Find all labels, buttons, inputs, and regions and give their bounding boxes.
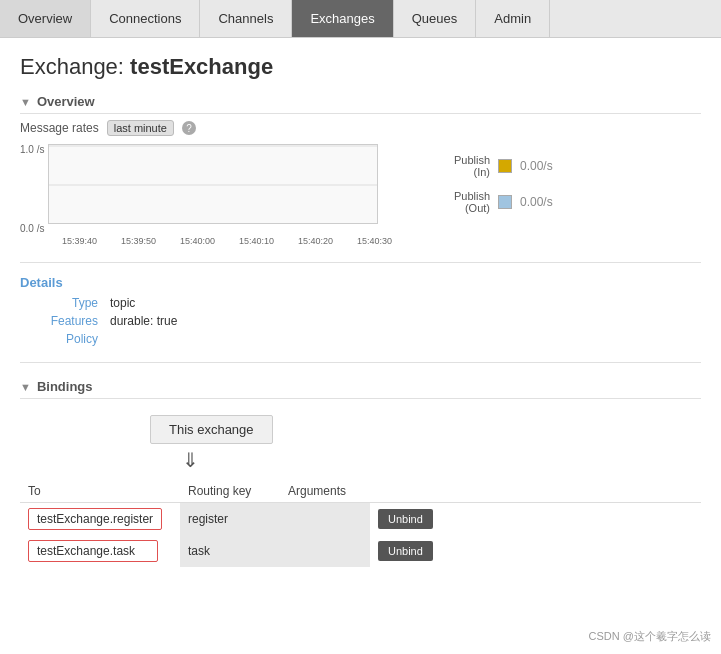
nav-overview[interactable]: Overview — [0, 0, 91, 37]
legend-color-publish-out — [498, 195, 512, 209]
page-title: Exchange: testExchange — [20, 54, 701, 80]
details-table: Type topic Features durable: true Policy — [30, 296, 701, 346]
chart-x-labels: 15:39:40 15:39:50 15:40:00 15:40:10 15:4… — [62, 236, 392, 246]
bindings-collapse-icon[interactable]: ▼ — [20, 381, 31, 393]
details-value-features: durable: true — [110, 314, 177, 328]
binding-routing-key-0: register — [180, 503, 280, 536]
overview-section-header: ▼ Overview — [20, 90, 701, 114]
legend-color-publish-in — [498, 159, 512, 173]
message-rates-row: Message rates last minute ? — [20, 120, 701, 136]
watermark: CSDN @这个羲字怎么读 — [589, 629, 711, 644]
binding-to-1: testExchange.task — [20, 535, 180, 567]
help-icon[interactable]: ? — [182, 121, 196, 135]
x-label-5: 15:40:30 — [357, 236, 392, 246]
overview-collapse-icon[interactable]: ▼ — [20, 96, 31, 108]
legend-label-publish-in: Publish(In) — [430, 154, 490, 178]
bindings-table-header-row: To Routing key Arguments — [20, 480, 701, 503]
col-header-arguments: Arguments — [280, 480, 370, 503]
details-key-features: Features — [30, 314, 110, 328]
x-label-0: 15:39:40 — [62, 236, 97, 246]
col-header-routing-key: Routing key — [180, 480, 280, 503]
chart-area: 1.0 /s 0.0 /s 15:39:40 15:39:50 15:40:00… — [20, 144, 410, 246]
details-row-type: Type topic — [30, 296, 701, 310]
exchange-cell-1: testExchange.task — [28, 540, 158, 562]
chart-container: 1.0 /s 0.0 /s 15:39:40 15:39:50 15:40:00… — [20, 144, 701, 246]
bindings-table-head: To Routing key Arguments — [20, 480, 701, 503]
col-header-action — [370, 480, 701, 503]
x-label-2: 15:40:00 — [180, 236, 215, 246]
binding-action-1: Unbind — [370, 535, 701, 567]
legend-value-publish-in: 0.00/s — [520, 159, 553, 173]
binding-row-1: testExchange.task task Unbind — [20, 535, 701, 567]
details-label: Details — [20, 275, 701, 290]
details-row-policy: Policy — [30, 332, 701, 346]
details-key-policy: Policy — [30, 332, 110, 346]
nav-queues[interactable]: Queues — [394, 0, 477, 37]
bindings-section-title: Bindings — [37, 379, 93, 394]
binding-row-0: testExchange.register register Unbind — [20, 503, 701, 536]
chart-legend: Publish(In) 0.00/s Publish(Out) 0.00/s — [430, 144, 701, 246]
message-rates-badge[interactable]: last minute — [107, 120, 174, 136]
bindings-section-header: ▼ Bindings — [20, 375, 701, 399]
nav-connections[interactable]: Connections — [91, 0, 200, 37]
bindings-table: To Routing key Arguments testExchange.re… — [20, 480, 701, 567]
details-key-type: Type — [30, 296, 110, 310]
binding-routing-key-1: task — [180, 535, 280, 567]
chart-inner: 1.0 /s 0.0 /s — [20, 144, 410, 234]
chart-canvas — [48, 144, 378, 224]
binding-arguments-0 — [280, 503, 370, 536]
divider-2 — [20, 362, 701, 363]
nav-admin[interactable]: Admin — [476, 0, 550, 37]
unbind-button-1[interactable]: Unbind — [378, 541, 433, 561]
binding-arguments-1 — [280, 535, 370, 567]
chart-y-labels: 1.0 /s 0.0 /s — [20, 144, 44, 234]
binding-action-0: Unbind — [370, 503, 701, 536]
top-navigation: Overview Connections Channels Exchanges … — [0, 0, 721, 38]
x-label-1: 15:39:50 — [121, 236, 156, 246]
nav-channels[interactable]: Channels — [200, 0, 292, 37]
details-value-type: topic — [110, 296, 135, 310]
nav-exchanges[interactable]: Exchanges — [292, 0, 393, 37]
chart-svg — [49, 145, 377, 223]
legend-item-publish-in: Publish(In) 0.00/s — [430, 154, 701, 178]
x-label-3: 15:40:10 — [239, 236, 274, 246]
y-top-label: 1.0 /s — [20, 144, 44, 155]
col-header-to: To — [20, 480, 180, 503]
bindings-table-body: testExchange.register register Unbind te… — [20, 503, 701, 568]
page-content: Exchange: testExchange ▼ Overview Messag… — [0, 38, 721, 654]
message-rates-label: Message rates — [20, 121, 99, 135]
divider-1 — [20, 262, 701, 263]
legend-value-publish-out: 0.00/s — [520, 195, 553, 209]
details-section: Details Type topic Features durable: tru… — [20, 275, 701, 346]
details-row-features: Features durable: true — [30, 314, 701, 328]
unbind-button-0[interactable]: Unbind — [378, 509, 433, 529]
legend-item-publish-out: Publish(Out) 0.00/s — [430, 190, 701, 214]
x-label-4: 15:40:20 — [298, 236, 333, 246]
legend-label-publish-out: Publish(Out) — [430, 190, 490, 214]
bindings-content: This exchange ⇓ To Routing key Arguments… — [20, 405, 701, 577]
binding-to-0: testExchange.register — [20, 503, 180, 536]
bindings-arrow-icon: ⇓ — [182, 448, 701, 472]
y-bottom-label: 0.0 /s — [20, 223, 44, 234]
exchange-cell-0: testExchange.register — [28, 508, 162, 530]
overview-section-title: Overview — [37, 94, 95, 109]
this-exchange-button[interactable]: This exchange — [150, 415, 273, 444]
